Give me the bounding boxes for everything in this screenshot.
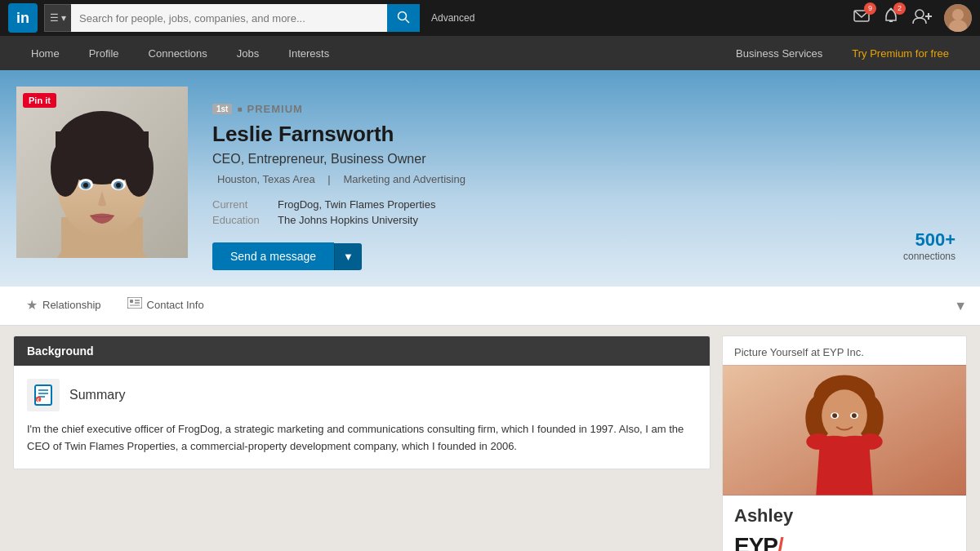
- notifications-badge: 2: [893, 2, 906, 15]
- left-column: Background € Summary: [13, 335, 710, 551]
- svg-rect-26: [130, 300, 133, 303]
- svg-point-9: [952, 9, 964, 20]
- right-card: Picture Yourself at EYP Inc.: [722, 335, 967, 551]
- profile-tabs: ★ Relationship Contact Info ▼: [0, 287, 980, 326]
- contact-icon: [127, 297, 142, 312]
- tab-contact-info[interactable]: Contact Info: [114, 287, 217, 326]
- right-card-title: Picture Yourself at EYP Inc.: [723, 336, 966, 365]
- linkedin-logo[interactable]: in: [8, 3, 38, 33]
- right-card-photo: [723, 365, 966, 495]
- eyp-text: EYP: [734, 533, 777, 551]
- pin-it-badge[interactable]: Pin it: [23, 93, 56, 108]
- location-separator: |: [327, 173, 330, 185]
- premium-badge: 1st ■ PREMIUM: [212, 103, 939, 115]
- nav-business-services[interactable]: Business Services: [721, 36, 837, 70]
- summary-section: € Summary I'm the chief executive office…: [14, 366, 710, 469]
- profile-photo-wrap: Pin it: [16, 87, 188, 270]
- profile-details: Current FrogDog, Twin Flames Properties …: [212, 198, 939, 226]
- summary-text: I'm the chief executive officer of FrogD…: [27, 421, 697, 455]
- svg-point-45: [852, 413, 857, 418]
- search-category-dropdown[interactable]: ☰ ▾: [44, 4, 71, 32]
- industry-text: Marketing and Advertising: [343, 173, 466, 185]
- svg-point-4: [890, 7, 893, 10]
- messages-badge: 9: [864, 2, 876, 15]
- summary-icon: €: [27, 379, 60, 411]
- education-detail-row: Education The Johns Hopkins University: [212, 214, 939, 226]
- svg-line-1: [406, 19, 410, 23]
- nav-try-premium[interactable]: Try Premium for free: [837, 36, 964, 70]
- profile-location: Houston, Texas Area | Marketing and Adve…: [212, 173, 939, 185]
- messages-button[interactable]: 9: [853, 7, 871, 29]
- eyp-slash: /: [777, 533, 783, 551]
- dropdown-arrow-icon: ▾: [61, 12, 66, 24]
- nav-jobs[interactable]: Jobs: [222, 36, 274, 70]
- star-icon: ★: [26, 297, 38, 313]
- svg-point-5: [915, 10, 924, 18]
- main-nav-right: Business Services Try Premium for free: [721, 36, 964, 70]
- first-degree-badge: 1st: [212, 104, 232, 114]
- advanced-search-link[interactable]: Advanced: [431, 12, 474, 24]
- tab-relationship[interactable]: ★ Relationship: [13, 287, 114, 326]
- search-area: ☰ ▾: [44, 4, 420, 32]
- background-header: Background: [14, 336, 710, 366]
- current-value: FrogDog, Twin Flames Properties: [278, 198, 435, 211]
- notifications-button[interactable]: 2: [882, 7, 900, 29]
- education-label: Education: [212, 214, 270, 226]
- location-text: Houston, Texas Area: [217, 173, 315, 185]
- nav-connections[interactable]: Connections: [134, 36, 222, 70]
- svg-point-44: [832, 413, 837, 418]
- top-navigation: in ☰ ▾ Advanced 9: [0, 0, 980, 36]
- education-value: The Johns Hopkins University: [278, 214, 418, 226]
- send-message-dropdown-button[interactable]: ▼: [334, 243, 362, 270]
- nav-profile[interactable]: Profile: [74, 36, 134, 70]
- profile-name: Leslie Farnsworth: [212, 122, 939, 147]
- main-content: Background € Summary: [0, 326, 980, 551]
- svg-point-0: [399, 11, 407, 20]
- profile-info: 1st ■ PREMIUM Leslie Farnsworth CEO, Ent…: [188, 87, 964, 270]
- user-avatar[interactable]: [944, 4, 972, 32]
- profile-banner: Pin it: [0, 70, 980, 287]
- premium-dot: ■: [237, 104, 242, 113]
- profile-photo: [16, 87, 188, 258]
- main-navigation: Home Profile Connections Jobs Interests …: [0, 36, 980, 70]
- connections-label: connections: [903, 251, 956, 262]
- svg-text:€: €: [38, 398, 40, 402]
- connections-number: 500+: [903, 229, 956, 251]
- top-nav-right: 9 2: [853, 4, 972, 32]
- profile-title: CEO, Entrepreneur, Business Owner: [212, 152, 939, 167]
- add-connections-button[interactable]: [911, 7, 933, 29]
- svg-rect-18: [56, 131, 149, 164]
- summary-heading: Summary: [69, 388, 125, 402]
- svg-point-41: [822, 389, 867, 442]
- current-label: Current: [212, 198, 270, 211]
- contact-tab-label: Contact Info: [147, 299, 204, 311]
- relationship-tab-label: Relationship: [42, 299, 101, 311]
- svg-point-24: [116, 183, 121, 188]
- premium-label: PREMIUM: [247, 103, 303, 115]
- eyp-logo: EYP/: [734, 533, 955, 551]
- svg-point-46: [806, 433, 831, 450]
- search-button[interactable]: [387, 4, 420, 32]
- search-input[interactable]: [71, 4, 387, 32]
- right-column: Picture Yourself at EYP Inc.: [722, 335, 967, 551]
- right-card-info: Ashley EYP/ + Follow Company: [723, 495, 966, 551]
- hamburger-icon: ☰: [50, 12, 59, 24]
- background-section: Background € Summary: [13, 335, 710, 469]
- send-message-wrap: Send a message ▼: [212, 242, 939, 270]
- expand-tabs-button[interactable]: ▼: [954, 299, 967, 313]
- connections-count: 500+ connections: [903, 229, 956, 262]
- nav-home[interactable]: Home: [16, 36, 74, 70]
- ashley-name: Ashley: [734, 505, 955, 527]
- nav-interests[interactable]: Interests: [274, 36, 344, 70]
- summary-title-row: € Summary: [27, 379, 697, 411]
- search-icon: [397, 11, 410, 26]
- current-detail-row: Current FrogDog, Twin Flames Properties: [212, 198, 939, 211]
- svg-point-23: [83, 183, 88, 188]
- svg-point-47: [858, 433, 883, 450]
- send-message-button[interactable]: Send a message: [212, 242, 334, 270]
